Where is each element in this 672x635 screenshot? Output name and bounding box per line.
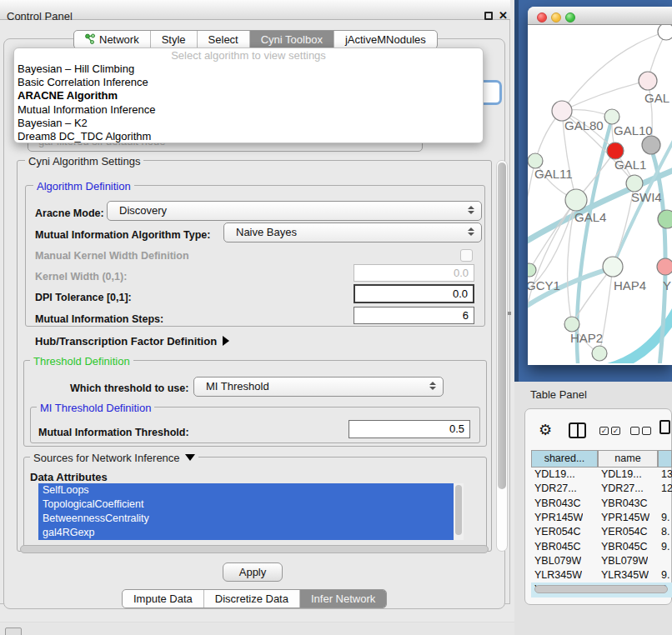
table-horizontal-scrollbar[interactable] bbox=[534, 585, 668, 593]
attribute-list-item[interactable]: SelfLoops bbox=[38, 483, 454, 498]
network-window-titlebar bbox=[528, 7, 672, 25]
table-column-header[interactable]: shared... bbox=[531, 450, 598, 468]
table-cell: YLR345W bbox=[534, 569, 582, 581]
node-label: SWI4 bbox=[631, 190, 662, 204]
algorithm-option[interactable]: Basic Correlation Inference bbox=[14, 76, 483, 89]
node-label: GAL1 bbox=[614, 158, 646, 172]
node-label: GAL11 bbox=[534, 167, 573, 181]
zoom-window-icon[interactable] bbox=[565, 12, 575, 22]
collapse-down-icon bbox=[185, 454, 195, 461]
table-row[interactable]: YBL079WYBL079W bbox=[531, 554, 672, 568]
attribute-list-item[interactable]: gal4RGexp bbox=[38, 526, 454, 540]
hub-definition-toggle[interactable]: Hub/Transcription Factor Definition bbox=[35, 335, 229, 348]
threshold-definition-legend: Threshold Definition bbox=[30, 355, 133, 368]
table-column-header[interactable] bbox=[658, 450, 672, 468]
table-cell: 13 bbox=[661, 468, 672, 480]
control-panel-title: Control Panel bbox=[7, 10, 73, 22]
network-canvas[interactable]: GALGAL80GAL10GAL1GAL11SWI4GAL4GCY1HAP4YH… bbox=[528, 25, 672, 363]
tab-select[interactable]: Select bbox=[197, 31, 249, 48]
manual-kernel-checkbox[interactable] bbox=[460, 249, 473, 262]
tab-cyni-toolbox[interactable]: Cyni Toolbox bbox=[249, 31, 333, 48]
network-node[interactable] bbox=[603, 257, 623, 277]
network-node[interactable] bbox=[642, 136, 660, 154]
settings-scrollbar-thumb[interactable] bbox=[498, 162, 506, 489]
control-panel-titlebar bbox=[0, 0, 510, 20]
network-node[interactable] bbox=[592, 346, 607, 361]
dpi-tolerance-field[interactable]: 0.0 bbox=[354, 284, 474, 303]
tab-network[interactable]: Network bbox=[74, 31, 150, 48]
attribute-list-item[interactable]: TopologicalCoefficient bbox=[38, 498, 454, 512]
table-cell: YBR043C bbox=[601, 498, 648, 509]
manual-kernel-label: Manual Kernel Width Definition bbox=[35, 250, 189, 262]
network-node[interactable] bbox=[604, 109, 619, 124]
node-label: GAL80 bbox=[564, 118, 604, 132]
mi-steps-field[interactable]: 6 bbox=[354, 307, 474, 324]
network-node[interactable] bbox=[657, 258, 672, 275]
attribute-list-item[interactable]: BetweennessCentrality bbox=[38, 512, 454, 526]
aracne-mode-combo[interactable]: Discovery bbox=[107, 201, 482, 221]
table-cell: 9. bbox=[661, 512, 669, 523]
table-row[interactable]: YDL19...YDL19...13 bbox=[531, 468, 672, 482]
control-panel-tabs: Network Style Select Cyni Toolbox jActiv… bbox=[73, 30, 438, 49]
close-window-icon[interactable] bbox=[537, 12, 547, 22]
tab-infer-network[interactable]: Infer Network bbox=[299, 590, 386, 608]
tab-impute-data[interactable]: Impute Data bbox=[123, 590, 203, 608]
cyni-bottom-tabs: Impute Data Discretize Data Infer Networ… bbox=[122, 589, 387, 608]
tab-jactivemnodules[interactable]: jActiveMNodules bbox=[333, 31, 437, 48]
algorithm-option[interactable]: Bayesian – K2 bbox=[14, 117, 483, 130]
new-table-icon[interactable] bbox=[659, 420, 670, 434]
minimized-panel-icon[interactable] bbox=[5, 628, 22, 635]
network-node[interactable] bbox=[528, 263, 536, 277]
splitter-handle[interactable] bbox=[508, 312, 511, 315]
kernel-width-field[interactable]: 0.0 bbox=[354, 264, 474, 282]
network-node[interactable] bbox=[626, 175, 643, 192]
select-all-checkboxes-icon[interactable]: ✓✓ bbox=[599, 427, 620, 435]
table-row[interactable]: YBR043CYBR043C bbox=[531, 497, 672, 511]
attributes-list-scrollbar-thumb[interactable] bbox=[455, 485, 462, 535]
gear-icon[interactable]: ⚙ bbox=[539, 421, 552, 439]
mi-type-label: Mutual Information Algorithm Type: bbox=[35, 229, 210, 241]
node-label: GAL bbox=[644, 91, 669, 105]
table-panel-title: Table Panel bbox=[530, 388, 587, 401]
mi-threshold-field[interactable]: 0.5 bbox=[349, 420, 470, 438]
table-cell: YDR27... bbox=[601, 482, 644, 494]
mi-type-combo[interactable]: Naive Bayes bbox=[223, 222, 482, 242]
close-icon[interactable]: ✕ bbox=[499, 9, 508, 22]
table-cell: YBL079W bbox=[601, 555, 648, 567]
network-edge[interactable] bbox=[562, 81, 648, 111]
network-node[interactable] bbox=[658, 25, 672, 40]
tab-discretize-data[interactable]: Discretize Data bbox=[203, 590, 299, 608]
table-cell: YDR27... bbox=[534, 482, 577, 494]
algorithm-option[interactable]: Mutual Information Inference bbox=[14, 103, 483, 117]
algorithm-option[interactable]: Bayesian – Hill Climbing bbox=[14, 62, 483, 76]
split-columns-icon[interactable] bbox=[569, 422, 586, 438]
minimize-window-icon[interactable] bbox=[551, 12, 561, 22]
table-cell: 12 bbox=[661, 482, 672, 494]
network-node[interactable] bbox=[607, 142, 624, 159]
table-cell: YBR045C bbox=[601, 541, 648, 552]
settings-horizontal-scrollbar[interactable] bbox=[20, 545, 489, 553]
float-window-icon[interactable] bbox=[484, 12, 493, 20]
data-attributes-label: Data Attributes bbox=[30, 471, 108, 483]
deselect-all-checkboxes-icon[interactable] bbox=[630, 427, 651, 435]
apply-button[interactable]: Apply bbox=[223, 562, 283, 582]
table-row[interactable]: YLR345WYLR345W9. bbox=[531, 568, 672, 582]
table-row[interactable]: YBR045CYBR045C9. bbox=[531, 540, 672, 554]
table-cell: 8. bbox=[661, 526, 669, 538]
network-node[interactable] bbox=[639, 72, 657, 90]
table-cell: YER054C bbox=[534, 526, 581, 538]
table-row[interactable]: YPR145WYPR145W9. bbox=[531, 511, 672, 525]
table-column-header[interactable]: name bbox=[598, 450, 658, 468]
algorithm-option[interactable]: ARACNE Algorithm bbox=[14, 89, 483, 102]
tab-style[interactable]: Style bbox=[150, 31, 197, 48]
table-row[interactable]: YDR27...YDR27...12 bbox=[531, 482, 672, 496]
table-row[interactable]: YER054CYER054C8. bbox=[531, 525, 672, 539]
network-node[interactable] bbox=[658, 210, 672, 228]
network-node[interactable] bbox=[565, 189, 587, 211]
algorithm-option[interactable]: Dream8 DC_TDC Algorithm bbox=[14, 130, 483, 143]
which-threshold-combo[interactable]: MI Threshold bbox=[193, 377, 444, 397]
network-node[interactable] bbox=[564, 317, 579, 332]
data-attributes-list[interactable]: SelfLoopsTopologicalCoefficientBetweenne… bbox=[38, 483, 454, 540]
sources-legend[interactable]: Sources for Network Inference bbox=[30, 452, 198, 464]
network-edge-thick[interactable] bbox=[577, 118, 612, 363]
